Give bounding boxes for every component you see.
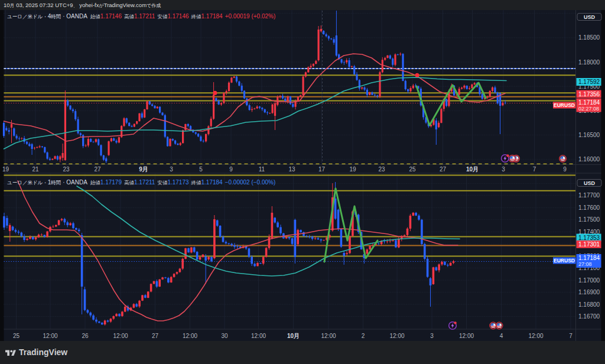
svg-text:1.17356: 1.17356 — [578, 91, 600, 98]
svg-text:12:00: 12:00 — [113, 333, 128, 339]
svg-text:3: 3 — [170, 166, 173, 173]
svg-text:ユーロ／米ドル・1時間 · OANDA始値1.17179高値: ユーロ／米ドル・1時間 · OANDA始値1.17179高値1.17211安値1… — [7, 179, 275, 186]
svg-text:1.17500: 1.17500 — [578, 216, 600, 223]
svg-text:12:00: 12:00 — [321, 333, 336, 339]
svg-text:1.17353: 1.17353 — [578, 235, 600, 241]
svg-text:1.16000: 1.16000 — [578, 156, 600, 162]
svg-text:TradingView: TradingView — [19, 347, 67, 357]
svg-text:10月: 10月 — [287, 333, 300, 339]
svg-text:1.17600: 1.17600 — [578, 204, 600, 211]
svg-text:USD: USD — [584, 14, 596, 20]
svg-text:25: 25 — [13, 333, 20, 339]
svg-text:9: 9 — [563, 166, 567, 173]
svg-text:1.17184: 1.17184 — [578, 99, 600, 106]
svg-text:10月: 10月 — [466, 166, 479, 173]
svg-text:3: 3 — [502, 166, 505, 173]
svg-text:13: 13 — [288, 166, 295, 173]
svg-text:26: 26 — [82, 333, 89, 339]
svg-text:1.17000: 1.17000 — [578, 277, 600, 284]
svg-text:12:00: 12:00 — [43, 333, 57, 339]
svg-text:17: 17 — [318, 166, 326, 173]
svg-text:5: 5 — [199, 166, 203, 173]
svg-text:9月: 9月 — [139, 166, 148, 173]
svg-text:12:00: 12:00 — [459, 333, 474, 339]
svg-text:30: 30 — [221, 333, 228, 339]
svg-text:1.17700: 1.17700 — [578, 192, 600, 199]
svg-text:25: 25 — [409, 166, 416, 173]
svg-text:1.17592: 1.17592 — [578, 79, 600, 85]
svg-text:EURUSD: EURUSD — [554, 258, 575, 264]
svg-text:EURUSD: EURUSD — [554, 102, 575, 108]
svg-text:1.16700: 1.16700 — [578, 313, 600, 320]
svg-text:1.17301: 1.17301 — [578, 241, 600, 248]
svg-text:27:08: 27:08 — [578, 261, 592, 267]
svg-text:19: 19 — [2, 166, 9, 173]
svg-text:23: 23 — [63, 166, 70, 173]
svg-text:11: 11 — [259, 166, 265, 173]
svg-text:9: 9 — [229, 166, 233, 173]
svg-text:12:00: 12:00 — [389, 333, 404, 339]
svg-text:1.18000: 1.18000 — [578, 59, 600, 66]
svg-text:USD: USD — [584, 180, 596, 186]
svg-text:7: 7 — [569, 333, 573, 339]
svg-text:2: 2 — [362, 333, 365, 339]
svg-text:27: 27 — [440, 166, 447, 173]
svg-text:1.16800: 1.16800 — [578, 301, 600, 308]
svg-text:27: 27 — [94, 166, 101, 173]
svg-text:10月 03, 2025 07:32 UTC+9、 yohe: 10月 03, 2025 07:32 UTC+9、 yohei-fxがTradi… — [4, 2, 161, 8]
svg-text:1.17184: 1.17184 — [578, 255, 600, 261]
svg-text:27: 27 — [152, 333, 159, 339]
svg-text:21: 21 — [32, 166, 39, 173]
svg-text:3: 3 — [430, 333, 434, 339]
svg-text:1.16500: 1.16500 — [578, 132, 600, 138]
svg-text:23: 23 — [378, 166, 385, 173]
svg-text:7: 7 — [533, 166, 536, 173]
svg-text:12:00: 12:00 — [183, 333, 197, 339]
svg-text:1.18500: 1.18500 — [578, 34, 600, 41]
svg-text:1.16900: 1.16900 — [578, 289, 600, 295]
svg-text:19: 19 — [349, 166, 356, 173]
svg-text:12:00: 12:00 — [528, 333, 543, 339]
svg-text:ユーロ／米ドル・4時間 · OANDA始値1.17146高値: ユーロ／米ドル・4時間 · OANDA始値1.17146高値1.17211安値1… — [7, 13, 275, 20]
svg-text:12:00: 12:00 — [251, 333, 266, 339]
svg-text:4: 4 — [500, 333, 503, 339]
svg-text:02:27:08: 02:27:08 — [578, 106, 599, 112]
